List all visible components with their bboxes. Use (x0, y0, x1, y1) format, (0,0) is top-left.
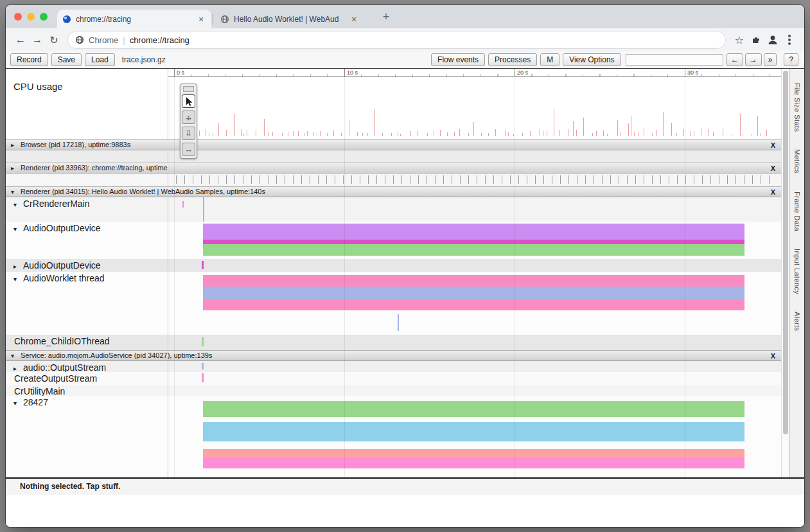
help-button[interactable]: ? (784, 53, 798, 66)
save-button[interactable]: Save (51, 53, 82, 66)
processes-button[interactable]: Processes (488, 53, 537, 66)
thread-label-audiooutputdevice-2[interactable]: AudioOutputDevice (6, 259, 168, 272)
tab-tracing[interactable]: chrome://tracing × (57, 10, 211, 28)
tab-close-icon[interactable]: × (349, 14, 359, 24)
zoom-tool-button[interactable]: ⇩ (182, 127, 195, 140)
trace-event-mark[interactable] (202, 261, 204, 269)
process-header-audio-service[interactable]: Service: audio.mojom.AudioService (pid 3… (6, 350, 781, 361)
trace-event-mark[interactable] (398, 314, 399, 331)
slice-bar[interactable] (203, 244, 744, 256)
close-process-button[interactable]: X (771, 351, 775, 361)
slice-bar[interactable] (203, 449, 744, 457)
timing-tool-button[interactable]: ↔ (182, 143, 195, 156)
find-prev-button[interactable]: ← (726, 53, 743, 66)
event-ticks-track[interactable] (168, 173, 781, 186)
slice-bar[interactable] (203, 240, 744, 244)
tab-file-size-stats[interactable]: File Size Stats (793, 83, 801, 132)
reload-icon[interactable]: ↻ (46, 31, 62, 48)
thread-label-audioworklet[interactable]: AudioWorklet thread (6, 272, 168, 335)
forward-icon[interactable]: → (29, 31, 46, 48)
tool-palette: ↕↔ ⇩ ↔ (180, 84, 197, 159)
metrics-button[interactable]: M (540, 53, 559, 66)
palette-drag-handle[interactable] (183, 86, 194, 92)
slice-bar[interactable] (203, 401, 744, 417)
ruler-tick-label: 10 s (344, 69, 358, 76)
slice-bar[interactable] (203, 299, 744, 310)
thread-track[interactable] (168, 222, 781, 259)
close-process-button[interactable]: X (771, 188, 775, 197)
tab-audio-worklet[interactable]: Hello Audio Worklet! | WebAud × (215, 10, 364, 28)
slice-bar[interactable] (203, 224, 744, 240)
new-tab-button[interactable]: + (377, 9, 395, 26)
thread-track[interactable] (168, 259, 781, 272)
process-header-label: Browser (pid 17218), uptime:9883s (21, 141, 130, 148)
trace-event-mark[interactable] (202, 373, 204, 382)
slice-bar[interactable] (203, 275, 744, 287)
extension-icon[interactable] (748, 31, 764, 48)
collapse-down-icon (11, 187, 21, 197)
thread-name: audio::OutputStream (23, 362, 106, 372)
thread-track[interactable] (168, 385, 781, 396)
close-process-button[interactable]: X (771, 141, 775, 150)
slice-bar[interactable] (203, 422, 744, 441)
process-header-renderer-tracing[interactable]: Renderer (pid 33963): chrome://tracing, … (6, 163, 781, 173)
pan-tool-button[interactable]: ↕↔ (182, 111, 195, 124)
site-info-icon[interactable] (75, 35, 84, 44)
slice-bar[interactable] (203, 287, 744, 299)
thread-track[interactable] (168, 197, 781, 222)
thread-label-audiooutputdevice[interactable]: AudioOutputDevice (6, 222, 168, 259)
tracing-favicon-icon (62, 15, 71, 24)
thread-track[interactable] (168, 335, 781, 350)
slice-bar[interactable] (203, 457, 744, 468)
thread-track[interactable] (168, 396, 781, 477)
thread-label-crrenderermain[interactable]: CrRendererMain (6, 197, 168, 222)
trace-event-mark[interactable] (182, 201, 184, 208)
load-button[interactable]: Load (85, 53, 115, 66)
thread-track[interactable] (168, 372, 781, 385)
tab-metrics[interactable]: Metrics (793, 149, 801, 173)
maximize-window-button[interactable] (40, 13, 48, 21)
collapse-down-icon (11, 351, 21, 360)
thread-label-outputstream[interactable]: audio::OutputStream (6, 361, 168, 372)
close-window-button[interactable] (14, 13, 22, 21)
tab-alerts[interactable]: Alerts (793, 312, 801, 332)
scrollbar-thumb[interactable] (783, 71, 788, 434)
process-header-label: Renderer (pid 34015): Hello Audio Workle… (21, 188, 265, 195)
omnibox[interactable]: Chrome | chrome://tracing (67, 31, 726, 49)
view-options-button[interactable]: View Options (563, 53, 621, 66)
thread-track[interactable] (168, 272, 781, 335)
thread-name: CrUtilityMain (14, 386, 65, 396)
collapse-down-icon (13, 201, 23, 208)
process-header-renderer-audio[interactable]: Renderer (pid 34015): Hello Audio Workle… (6, 186, 781, 197)
vertical-scrollbar[interactable] (781, 69, 789, 477)
minimize-window-button[interactable] (27, 13, 35, 21)
omnibox-url[interactable]: chrome://tracing (130, 35, 189, 45)
find-input[interactable] (626, 54, 723, 66)
thread-row-28427: 28427 (6, 396, 781, 477)
trace-event-mark[interactable] (203, 197, 204, 222)
process-header-browser[interactable]: Browser (pid 17218), uptime:9883s X (6, 139, 781, 150)
selection-tool-button[interactable] (182, 94, 195, 108)
menu-icon[interactable] (781, 31, 798, 48)
close-process-button[interactable]: X (771, 164, 775, 173)
trace-event-mark[interactable] (202, 337, 204, 346)
find-more-button[interactable]: » (764, 53, 777, 66)
ruler-tick-label: 20 s (515, 69, 528, 76)
flow-events-button[interactable]: Flow events (431, 53, 485, 66)
find-next-button[interactable]: → (745, 53, 762, 66)
tab-frame-data[interactable]: Frame Data (793, 191, 801, 231)
thread-label-28427[interactable]: 28427 (6, 396, 168, 477)
tab-close-icon[interactable]: × (196, 14, 206, 24)
empty-label (6, 150, 168, 163)
ruler-tick-label: 0 s (174, 69, 184, 76)
thread-track[interactable] (168, 361, 781, 372)
trace-event-mark[interactable] (202, 363, 204, 369)
tab-input-latency[interactable]: Input Latency (793, 249, 801, 294)
back-icon[interactable]: ← (12, 31, 29, 48)
bookmark-star-icon[interactable]: ☆ (731, 31, 748, 48)
profile-avatar[interactable] (764, 31, 781, 48)
record-button[interactable]: Record (10, 53, 48, 66)
status-message: Nothing selected. Tap stuff. (20, 482, 120, 491)
horizontal-arrow-icon: ↔ (184, 145, 193, 154)
tab-strip: chrome://tracing × Hello Audio Worklet! … (6, 5, 804, 28)
